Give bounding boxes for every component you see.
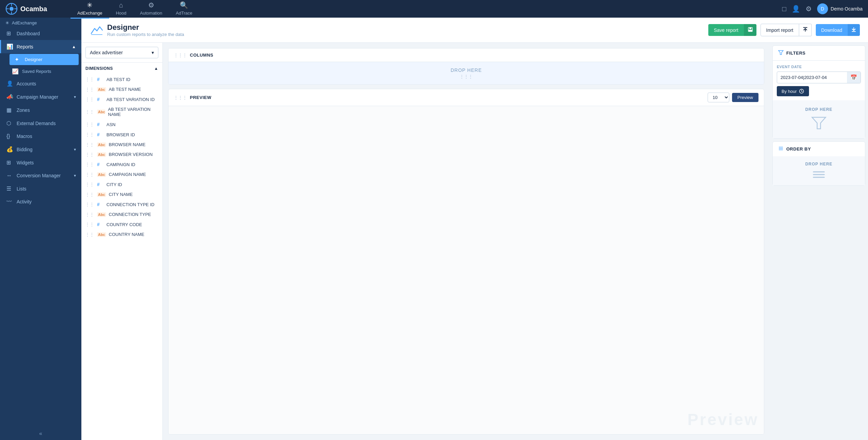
dimensions-collapse-icon[interactable]: ▲ bbox=[154, 66, 158, 71]
nav-adexchange[interactable]: ✳ AdExchange bbox=[71, 0, 109, 19]
list-item[interactable]: ⋮⋮ Abc AB TEST VARIATION NAME bbox=[81, 104, 162, 119]
nav-adtrace[interactable]: 🔍 AdTrace bbox=[169, 0, 199, 19]
list-item[interactable]: ⋮⋮ # BROWSER ID bbox=[81, 129, 162, 140]
list-item[interactable]: ⋮⋮ Abc CAMPAIGN NAME bbox=[81, 169, 162, 179]
filters-drop-zone[interactable]: DROP HERE bbox=[773, 100, 865, 138]
order-by-title: ORDER BY bbox=[786, 146, 811, 152]
hood-icon: ⌂ bbox=[119, 1, 123, 9]
sidebar-item-dashboard[interactable]: ⊞ Dashboard bbox=[0, 27, 81, 40]
sidebar-item-external-demands[interactable]: ⬡ External Demands bbox=[0, 117, 81, 130]
sidebar-collapse-button[interactable]: « bbox=[0, 427, 81, 440]
top-nav-items: ✳ AdExchange ⌂ Hood ⚙ Automation 🔍 AdTra… bbox=[71, 0, 782, 19]
preview-watermark: Preview bbox=[688, 410, 758, 429]
columns-drop-icon: ⋮⋮⋮ bbox=[460, 74, 473, 79]
designer-icon: ✦ bbox=[15, 56, 21, 63]
list-item[interactable]: ⋮⋮ Abc BROWSER NAME bbox=[81, 140, 162, 149]
adexchange-icon: ✳ bbox=[87, 1, 93, 9]
preview-drag-icon: ⋮⋮⋮ bbox=[174, 95, 187, 100]
sidebar-item-campaign-manager[interactable]: 📣 Campaign Manager ▾ bbox=[0, 90, 81, 103]
top-nav-right: □ 👤 ⚙ D Demo Ocamba bbox=[782, 3, 863, 14]
campaign-manager-icon: 📣 bbox=[6, 94, 13, 100]
nav-hood[interactable]: ⌂ Hood bbox=[109, 0, 133, 19]
drag-handle-icon: ⋮⋮ bbox=[85, 222, 94, 227]
dashboard-icon: ⊞ bbox=[6, 30, 13, 37]
drag-handle-icon: ⋮⋮ bbox=[85, 142, 94, 147]
dimension-type-select[interactable]: Adex advertiser ▾ bbox=[85, 47, 158, 58]
settings-icon[interactable]: ⚙ bbox=[806, 5, 812, 13]
page-header-text: Designer Run custom reports to analyze t… bbox=[107, 23, 184, 37]
sidebar-item-reports[interactable]: 📊 Reports ▲ bbox=[0, 40, 81, 53]
list-item[interactable]: ⋮⋮ # COUNTRY CODE bbox=[81, 219, 162, 229]
list-item[interactable]: ⋮⋮ Abc AB TEST NAME bbox=[81, 84, 162, 94]
drag-handle-icon: ⋮⋮ bbox=[85, 97, 94, 102]
list-item[interactable]: ⋮⋮ # ASN bbox=[81, 119, 162, 129]
preview-content: Preview bbox=[169, 106, 764, 434]
list-item[interactable]: ⋮⋮ # AB TEST VARIATION ID bbox=[81, 94, 162, 104]
preview-header-right: 10 25 50 100 Preview bbox=[708, 93, 758, 102]
svg-marker-14 bbox=[778, 51, 783, 55]
adtrace-icon: 🔍 bbox=[180, 1, 188, 9]
columns-drop-text: DROP HERE bbox=[451, 67, 482, 73]
list-item[interactable]: ⋮⋮ # CITY ID bbox=[81, 179, 162, 189]
type-abc-icon: Abc bbox=[97, 232, 106, 237]
type-hash-icon: # bbox=[97, 182, 104, 187]
list-item[interactable]: ⋮⋮ # AB TEST ID bbox=[81, 74, 162, 84]
type-hash-icon: # bbox=[97, 202, 104, 207]
sidebar-item-activity[interactable]: 〰 Activity bbox=[0, 195, 81, 208]
dimensions-panel: Adex advertiser ▾ DIMENSIONS ▲ ⋮⋮ # AB T… bbox=[81, 43, 163, 440]
save-report-icon-button[interactable] bbox=[744, 24, 756, 36]
sidebar-item-macros[interactable]: {} Macros bbox=[0, 130, 81, 143]
sidebar-item-lists[interactable]: ☰ Lists bbox=[0, 182, 81, 195]
reports-chevron: ▲ bbox=[72, 44, 76, 49]
drag-handle-icon: ⋮⋮ bbox=[85, 87, 94, 92]
by-hour-button[interactable]: By hour bbox=[777, 86, 809, 96]
main-layout: ✳ AdExchange ⊞ Dashboard 📊 Reports ▲ ✦ D… bbox=[0, 18, 868, 440]
list-item[interactable]: ⋮⋮ Abc CITY NAME bbox=[81, 189, 162, 199]
type-abc-icon: Abc bbox=[97, 152, 106, 157]
sidebar-item-widgets[interactable]: ⊞ Widgets bbox=[0, 156, 81, 169]
svg-marker-16 bbox=[812, 117, 826, 129]
list-item[interactable]: ⋮⋮ Abc BROWSER VERSION bbox=[81, 149, 162, 159]
import-report-icon-button[interactable] bbox=[799, 24, 812, 36]
user-section[interactable]: D Demo Ocamba bbox=[817, 3, 863, 14]
designer-header-icon bbox=[90, 23, 103, 37]
user-card-icon[interactable]: 👤 bbox=[792, 5, 800, 13]
date-input-wrapper: 📅 bbox=[777, 72, 861, 83]
list-item[interactable]: ⋮⋮ # CAMPAIGN ID bbox=[81, 159, 162, 169]
inbox-icon[interactable]: □ bbox=[782, 5, 786, 13]
list-item[interactable]: ⋮⋮ # CONNECTION TYPE ID bbox=[81, 199, 162, 209]
center-panel: ⋮⋮⋮ COLUMNS DROP HERE ⋮⋮⋮ ⋮⋮⋮ PREVIEW bbox=[163, 43, 770, 440]
svg-point-1 bbox=[9, 7, 14, 11]
dimensions-title: DIMENSIONS bbox=[85, 66, 113, 71]
preview-button[interactable]: Preview bbox=[732, 93, 758, 102]
columns-section: ⋮⋮⋮ COLUMNS DROP HERE ⋮⋮⋮ bbox=[168, 48, 764, 85]
order-by-drop-zone[interactable]: DROP HERE bbox=[773, 156, 865, 185]
type-hash-icon: # bbox=[97, 77, 104, 82]
date-input[interactable] bbox=[777, 73, 847, 82]
sidebar-item-accounts[interactable]: 👤 Accounts bbox=[0, 77, 81, 90]
sidebar-item-saved-reports[interactable]: 📈 Saved Reports bbox=[7, 66, 81, 77]
sidebar-item-conversion-manager[interactable]: ↔ Conversion Manager ▾ bbox=[0, 169, 81, 182]
import-report-button[interactable]: Import report bbox=[761, 24, 799, 36]
logo[interactable]: Ocamba bbox=[5, 3, 60, 15]
calendar-icon[interactable]: 📅 bbox=[847, 72, 861, 83]
avatar: D bbox=[817, 3, 828, 14]
type-abc-icon: Abc bbox=[97, 172, 106, 177]
sidebar-item-bidding[interactable]: 💰 Bidding ▾ bbox=[0, 143, 81, 156]
list-item[interactable]: ⋮⋮ Abc CONNECTION TYPE bbox=[81, 209, 162, 219]
lists-icon: ☰ bbox=[6, 185, 13, 192]
download-button[interactable]: Download bbox=[816, 24, 848, 36]
sidebar-item-designer[interactable]: ✦ Designer bbox=[9, 54, 79, 65]
activity-icon: 〰 bbox=[6, 199, 13, 205]
content-area: Designer Run custom reports to analyze t… bbox=[81, 18, 868, 440]
filters-header-icon bbox=[778, 50, 784, 56]
save-report-button[interactable]: Save report bbox=[708, 24, 744, 36]
download-icon-button[interactable] bbox=[848, 24, 860, 36]
page-header-left: Designer Run custom reports to analyze t… bbox=[90, 23, 184, 37]
list-item[interactable]: ⋮⋮ Abc COUNTRY NAME bbox=[81, 229, 162, 239]
nav-automation[interactable]: ⚙ Automation bbox=[133, 0, 169, 19]
drag-handle-icon: ⋮⋮ bbox=[85, 77, 94, 82]
columns-drop-zone[interactable]: DROP HERE ⋮⋮⋮ bbox=[169, 62, 764, 84]
sidebar-item-zones[interactable]: ▦ Zones bbox=[0, 103, 81, 117]
preview-count-select[interactable]: 10 25 50 100 bbox=[708, 93, 729, 102]
